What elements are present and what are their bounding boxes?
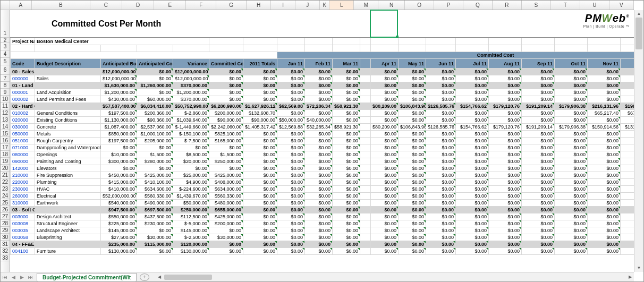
desc-cell[interactable]: Metals <box>35 131 101 138</box>
value-cell[interactable] <box>360 138 371 144</box>
col-header[interactable]: 2011 Totals <box>243 59 277 69</box>
value-cell[interactable] <box>360 248 371 255</box>
value-cell[interactable]: $0.00 <box>621 131 634 138</box>
value-cell[interactable] <box>360 158 371 165</box>
column-header-B[interactable]: B <box>32 1 90 10</box>
column-header-M[interactable]: M <box>354 1 378 10</box>
value-cell[interactable]: $-224,600.00 <box>173 186 209 193</box>
value-cell[interactable]: $0.00 <box>371 144 399 151</box>
value-cell[interactable]: $0.00 <box>426 158 456 165</box>
value-cell[interactable]: $0.00 <box>555 165 588 172</box>
value-cell[interactable] <box>360 96 371 103</box>
value-cell[interactable] <box>360 151 371 158</box>
value-cell[interactable]: $0.00 <box>243 89 277 96</box>
value-cell[interactable]: $437,500.00 <box>137 213 173 220</box>
row-header-23[interactable]: 23 <box>1 185 10 192</box>
value-cell[interactable]: $225,000.00 <box>101 220 137 227</box>
value-cell[interactable]: $4,900.00 <box>173 179 209 186</box>
table-row[interactable]: 220000Plumbing$415,000.00$410,100.00$4,9… <box>11 179 634 186</box>
table-row[interactable]: 071000Dampproofing and Waterproofing$0.0… <box>11 144 634 151</box>
value-cell[interactable]: $1,500.00 <box>137 151 173 158</box>
value-cell[interactable]: $90,360.00 <box>137 117 173 124</box>
value-cell[interactable]: $0.00 <box>489 207 522 213</box>
blank[interactable] <box>305 45 333 52</box>
value-cell[interactable]: $0.00 <box>209 248 243 255</box>
table-row[interactable]: 030000Concrete$1,087,400.00$2,537,060.00… <box>11 124 634 131</box>
value-cell[interactable]: $106,843.96 <box>399 103 426 110</box>
value-cell[interactable]: $0.00 <box>621 248 634 255</box>
value-cell[interactable]: $0.00 <box>399 213 426 220</box>
value-cell[interactable]: $0.00 <box>555 234 588 241</box>
value-cell[interactable]: $0.00 <box>399 110 426 117</box>
col-header[interactable]: Committed Cost <box>209 59 243 69</box>
value-cell[interactable]: $0.00 <box>333 110 360 117</box>
value-cell[interactable]: $0.00 <box>305 248 333 255</box>
table-row[interactable]: 000002Land Permits and Fees$430,000.00$6… <box>11 96 634 103</box>
value-cell[interactable]: $0.00 <box>522 144 555 151</box>
blank[interactable] <box>399 38 426 45</box>
value-cell[interactable]: $0.00 <box>456 75 489 82</box>
value-cell[interactable]: $0.00 <box>621 220 634 227</box>
value-cell[interactable] <box>360 220 371 227</box>
row-header-27[interactable]: 27 <box>1 213 10 220</box>
value-cell[interactable]: $0.00 <box>456 207 489 213</box>
column-header-O[interactable]: O <box>405 1 434 10</box>
code-cell[interactable]: 260000 <box>11 193 35 200</box>
blank[interactable] <box>555 45 588 52</box>
value-cell[interactable]: $0.00 <box>522 227 555 234</box>
value-cell[interactable]: $0.00 <box>399 172 426 179</box>
value-cell[interactable]: $0.00 <box>456 193 489 200</box>
column-header-D[interactable]: D <box>122 1 154 10</box>
column-header-V[interactable]: V <box>609 1 634 10</box>
row-header-29[interactable]: 29 <box>1 227 10 234</box>
row-headers[interactable]: 1234567891011121314151617181920212223242… <box>1 10 10 272</box>
value-cell[interactable]: $0.00 <box>243 131 277 138</box>
value-cell[interactable]: $0.00 <box>522 158 555 165</box>
value-cell[interactable]: $179,906.38 <box>555 103 588 110</box>
value-cell[interactable]: $0.00 <box>209 75 243 82</box>
value-cell[interactable]: $0.00 <box>588 89 621 96</box>
value-cell[interactable] <box>360 179 371 186</box>
row-header-17[interactable]: 17 <box>1 144 10 151</box>
value-cell[interactable]: $0.00 <box>426 165 456 172</box>
scroll-right-icon[interactable]: ▶ <box>626 274 634 281</box>
desc-cell[interactable]: Structural Engineer <box>35 220 101 227</box>
value-cell[interactable]: $0.00 <box>489 227 522 234</box>
value-cell[interactable]: $0.00 <box>277 69 305 75</box>
blank[interactable] <box>621 45 634 52</box>
value-cell[interactable]: $0.00 <box>243 213 277 220</box>
blank[interactable] <box>101 45 137 52</box>
code-cell[interactable]: 080000 <box>11 151 35 158</box>
value-cell[interactable] <box>360 227 371 234</box>
blank[interactable] <box>588 38 621 45</box>
value-cell[interactable]: $0.00 <box>456 117 489 124</box>
value-cell[interactable]: $1,500.00 <box>209 151 243 158</box>
value-cell[interactable]: $947,500.00 <box>101 207 137 213</box>
value-cell[interactable]: $415,000.00 <box>101 179 137 186</box>
value-cell[interactable]: $0.00 <box>333 172 360 179</box>
value-cell[interactable]: $0.00 <box>243 241 277 248</box>
value-cell[interactable]: $0.00 <box>243 186 277 193</box>
value-cell[interactable]: $0.00 <box>588 96 621 103</box>
value-cell[interactable]: $145,000.00 <box>173 227 209 234</box>
horizontal-scrollbar[interactable]: ◀ ▶ <box>156 274 634 281</box>
value-cell[interactable]: $0.00 <box>277 165 305 172</box>
value-cell[interactable]: $0.00 <box>489 165 522 172</box>
value-cell[interactable]: $115,000.00 <box>137 241 173 248</box>
column-header-F[interactable]: F <box>186 1 216 10</box>
value-cell[interactable]: $0.00 <box>371 69 399 75</box>
value-cell[interactable]: $-150,100.00 <box>173 131 209 138</box>
row-header-20[interactable]: 20 <box>1 165 10 172</box>
value-cell[interactable]: $0.00 <box>588 138 621 144</box>
value-cell[interactable]: $0.00 <box>333 117 360 124</box>
value-cell[interactable]: $0.00 <box>305 213 333 220</box>
value-cell[interactable]: $0.00 <box>588 165 621 172</box>
code-cell[interactable]: 090000 <box>11 158 35 165</box>
sheet-next-icon[interactable]: ▶ <box>18 275 26 280</box>
value-cell[interactable]: $0.00 <box>621 234 634 241</box>
desc-cell[interactable]: Earthwork <box>35 200 101 207</box>
value-cell[interactable]: $0.00 <box>522 248 555 255</box>
column-header-P[interactable]: P <box>434 1 463 10</box>
value-cell[interactable]: $0.00 <box>426 234 456 241</box>
value-cell[interactable]: $0.00 <box>277 96 305 103</box>
